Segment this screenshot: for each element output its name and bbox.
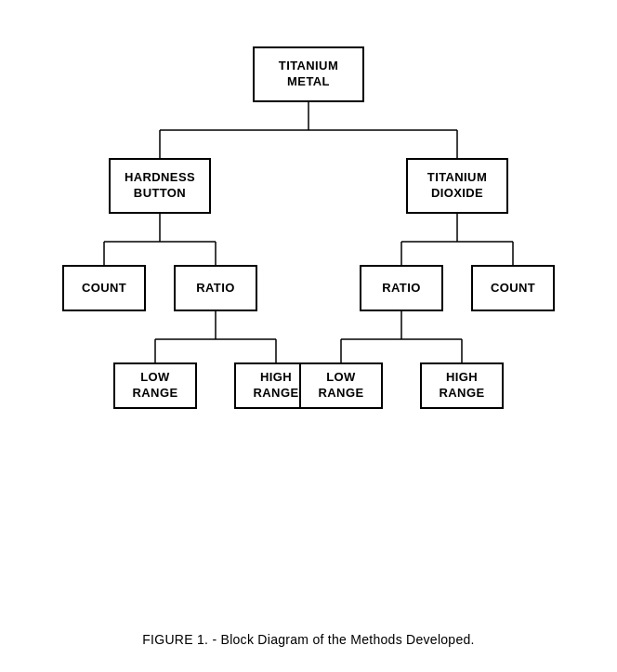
node-left-ratio-label: RATIO <box>196 281 234 296</box>
node-titanium-metal-label: TITANIUMMETAL <box>279 59 338 90</box>
diagram-container: TITANIUMMETAL HARDNESSBUTTON TITANIUMDIO… <box>11 0 606 647</box>
node-right-ratio-label: RATIO <box>382 281 420 296</box>
figure-label: FIGURE 1. - <box>142 632 217 647</box>
node-left-count: COUNT <box>62 265 146 311</box>
node-titanium-metal: TITANIUMMETAL <box>253 46 364 102</box>
figure-caption: FIGURE 1. - Block Diagram of the Methods… <box>142 632 474 647</box>
node-left-count-label: COUNT <box>82 281 126 296</box>
node-right-count: COUNT <box>471 265 555 311</box>
node-left-low-range: LOWRANGE <box>113 362 197 409</box>
diagram-wrapper: TITANIUMMETAL HARDNESSBUTTON TITANIUMDIO… <box>11 19 606 613</box>
node-left-high-range-label: HIGHRANGE <box>254 370 299 402</box>
node-right-count-label: COUNT <box>491 281 535 296</box>
node-titanium-dioxide: TITANIUMDIOXIDE <box>406 158 508 214</box>
node-hardness-button-label: HARDNESSBUTTON <box>125 170 195 202</box>
node-right-low-range-label: LOWRANGE <box>319 370 364 402</box>
node-left-ratio: RATIO <box>174 265 257 311</box>
node-hardness-button: HARDNESSBUTTON <box>109 158 211 214</box>
node-right-high-range: HIGHRANGE <box>420 362 504 409</box>
node-right-low-range: LOWRANGE <box>299 362 383 409</box>
node-right-ratio: RATIO <box>360 265 443 311</box>
caption-text: Block Diagram of the Methods Developed. <box>221 632 475 647</box>
node-left-low-range-label: LOWRANGE <box>133 370 178 402</box>
node-right-high-range-label: HIGHRANGE <box>440 370 485 402</box>
node-titanium-dioxide-label: TITANIUMDIOXIDE <box>427 170 487 202</box>
